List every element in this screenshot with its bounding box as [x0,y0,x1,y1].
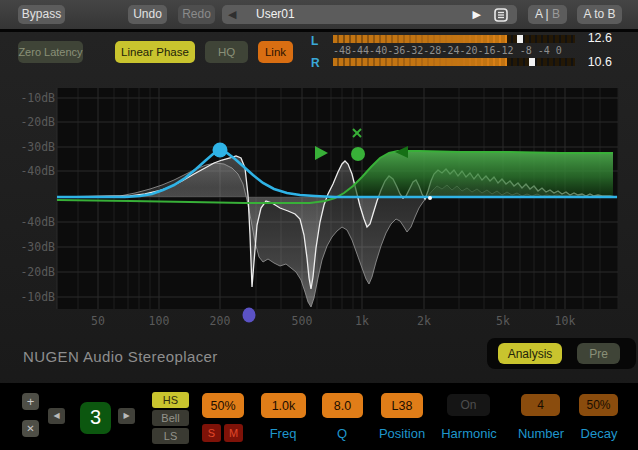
db-axis-label: -10dB [20,91,55,105]
analysis-group: Analysis Pre [487,338,636,369]
title-bar: Bypass Undo Redo ◀ User01 ▶ A | B A to B [0,0,638,29]
freq-axis-label: 1k [355,314,369,328]
linear-phase-button[interactable]: Linear Phase [115,41,195,63]
preset-prev-icon[interactable]: ◀ [228,5,236,24]
band-number-display: 3 [80,402,111,434]
band-frequency-marker[interactable] [243,308,256,323]
db-axis-label: -40dB [20,164,55,178]
db-axis-label: -20dB [20,265,55,279]
redo-button[interactable]: Redo [178,5,215,24]
prev-band-button[interactable]: ◀ [48,408,65,424]
eq-graph-canvas[interactable]: -10dB-20dB-30dB-40dB-40dB-30dB-20dB-10dB… [0,85,638,330]
meter-right-value: 10.6 [572,55,612,69]
band-gain-handle[interactable] [213,143,228,158]
pre-button[interactable]: Pre [577,343,620,364]
db-axis-label: -30dB [20,240,55,254]
meter-left-fill [333,35,507,43]
a-to-b-button[interactable]: A to B [577,5,622,24]
freq-axis-label: 5k [496,314,510,328]
next-band-button[interactable]: ▶ [118,408,135,424]
analysis-button[interactable]: Analysis [498,343,562,364]
q-label: Q [312,426,372,441]
meter-left-value: 12.6 [572,31,612,45]
meter-right-peak [529,58,535,66]
meter-left-label: L [311,34,318,48]
analysis-dot [428,196,432,200]
solo-button[interactable]: S [202,424,221,442]
undo-button[interactable]: Undo [128,5,167,24]
freq-axis-label: 2k [417,314,431,328]
width-value-button[interactable]: 50% [202,393,244,418]
preset-selector[interactable]: ◀ User01 ▶ [222,5,517,24]
decay-label: Decay [569,426,629,441]
filter-ls-button[interactable]: LS [152,428,189,444]
freq-axis-label: 10k [555,314,576,328]
q-value-button[interactable]: 8.0 [322,393,363,418]
freq-axis-label: 200 [210,314,231,328]
db-axis-label: -10dB [20,290,55,304]
position-value-button[interactable]: L38 [381,393,423,418]
ab-b-label: B [552,7,560,21]
filter-bell-button[interactable]: Bell [152,410,189,426]
zero-latency-button[interactable]: Zero Latency [18,41,83,63]
freq-axis-label: 100 [149,314,170,328]
harmonic-label: Harmonic [434,426,504,441]
number-value-button[interactable]: 4 [521,394,560,416]
link-button[interactable]: Link [258,41,293,63]
preset-menu-icon[interactable] [494,8,508,22]
plugin-window: Bypass Undo Redo ◀ User01 ▶ A | B A to B… [0,0,638,450]
freq-axis-label: 500 [292,314,313,328]
hq-button[interactable]: HQ [205,41,248,63]
ab-compare-button[interactable]: A | B [528,5,567,24]
plugin-title: NUGEN Audio Stereoplacer [23,348,218,365]
position-label: Position [367,426,437,441]
meter-right [333,58,575,66]
meter-right-fill [333,58,507,66]
meter-left [333,35,575,43]
freq-axis-label: 50 [91,314,105,328]
bypass-button[interactable]: Bypass [18,5,65,24]
remove-band-button[interactable]: ✕ [22,420,39,437]
number-label: Number [511,426,571,441]
preset-name: User01 [256,5,295,24]
meter-scale: -48-44-40-36-32-28-24-20-16-12 -8 -4 0 [333,45,578,56]
meter-right-label: R [311,56,320,70]
decay-value-button[interactable]: 50% [579,394,618,416]
db-axis-label: -30dB [20,140,55,154]
freq-value-button[interactable]: 1.0k [261,393,306,418]
add-band-button[interactable]: + [22,393,39,410]
ab-a-label: A | [535,7,549,21]
freq-label: Freq [253,426,313,441]
db-axis-label: -40dB [20,215,55,229]
mute-button[interactable]: M [224,424,243,442]
green-circle-handle[interactable] [351,147,365,161]
filter-hs-button[interactable]: HS [152,392,189,408]
harmonic-toggle-button[interactable]: On [447,394,490,416]
band-control-bar: + ✕ ◀ 3 ▶ HS Bell LS 50% S M 1.0k Freq 8… [0,383,638,450]
preset-next-icon[interactable]: ▶ [473,5,481,24]
meter-left-peak [517,35,523,43]
db-axis-label: -20dB [20,115,55,129]
divider [0,29,638,32]
